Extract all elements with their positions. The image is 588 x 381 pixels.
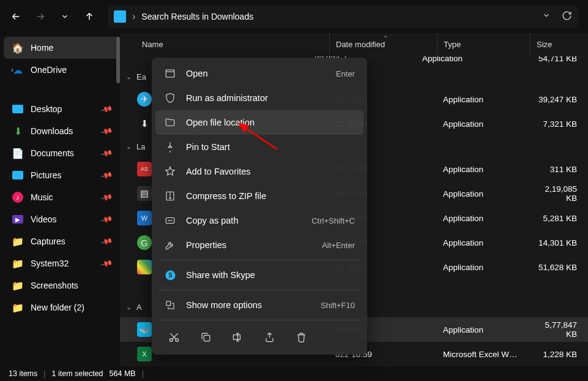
copy-button[interactable] — [198, 330, 213, 344]
ctx-run-admin[interactable]: Run as administrator — [155, 86, 363, 110]
pin-icon: 📌 — [100, 125, 113, 138]
refresh-button[interactable] — [562, 10, 572, 23]
folder-icon: 📁 — [12, 236, 23, 247]
ctx-zip[interactable]: Compress to ZIP file — [155, 184, 363, 208]
sidebar-item-label: Desktop — [31, 104, 62, 114]
app-icon: 🐳 — [137, 322, 152, 337]
share-button[interactable] — [262, 330, 277, 344]
status-count: 13 items — [9, 369, 37, 378]
open-icon — [164, 67, 176, 80]
sidebar-item-label: OneDrive — [31, 65, 67, 75]
cloud-icon: ☁ — [12, 64, 23, 75]
column-headers[interactable]: ⌄ Name Date modified Type Size — [120, 33, 588, 56]
shortcut-icon — [137, 281, 152, 295]
zip-icon — [164, 190, 176, 202]
sidebar-item-desktop[interactable]: Desktop📌 — [4, 98, 120, 120]
svg-rect-8 — [204, 335, 210, 341]
svg-text:S: S — [168, 271, 173, 278]
pin-icon: 📌 — [100, 213, 113, 226]
more-icon — [164, 299, 176, 311]
delete-button[interactable] — [294, 330, 308, 344]
address-bar[interactable]: › Search Results in Downloads — [108, 6, 578, 28]
chevron-right-icon: › — [11, 66, 13, 74]
separator — [159, 290, 360, 290]
pin-icon: 📌 — [100, 169, 113, 182]
ctx-more-options[interactable]: Show more optionsShift+F10 — [155, 293, 363, 317]
document-icon: 📄 — [12, 148, 23, 159]
folder-icon: 📁 — [12, 280, 23, 291]
sidebar-item-downloads[interactable]: ⬇Downloads📌 — [4, 120, 120, 142]
context-menu: OpenEnter Run as administrator Open file… — [152, 58, 367, 355]
chevron-right-icon: › — [132, 11, 135, 22]
sort-indicator-icon: ⌄ — [383, 33, 388, 39]
sidebar-item-home[interactable]: 🏠 Home — [4, 37, 120, 59]
ctx-copy-path[interactable]: Copy as pathCtrl+Shift+C — [155, 208, 363, 233]
cut-button[interactable] — [166, 330, 181, 344]
star-icon — [164, 165, 176, 178]
sidebar-item-label: System32 — [31, 258, 69, 268]
sidebar-item-label: Documents — [31, 148, 74, 158]
skype-icon: S — [164, 269, 176, 281]
svg-rect-9 — [233, 334, 240, 339]
back-button[interactable] — [5, 6, 27, 28]
sidebar-item-system32[interactable]: 📁System32📌 — [4, 252, 120, 274]
ctx-properties[interactable]: PropertiesAlt+Enter — [155, 233, 363, 257]
pin-icon: 📌 — [100, 235, 113, 248]
column-type[interactable]: Type — [437, 33, 530, 56]
sidebar-item-videos[interactable]: ▶Videos📌 — [4, 208, 120, 230]
ctx-skype[interactable]: SShare with Skype — [155, 263, 363, 287]
pin-icon: 📌 — [100, 103, 113, 116]
pin-icon: 📌 — [100, 257, 113, 270]
svg-point-7 — [175, 338, 178, 341]
ctx-pin-start[interactable]: Pin to Start — [155, 135, 363, 159]
download-icon: ⬇ — [12, 126, 23, 137]
sidebar-item-pictures[interactable]: Pictures📌 — [4, 164, 120, 186]
chevron-down-icon: ⌄ — [126, 303, 132, 311]
rename-button[interactable] — [230, 330, 245, 344]
sidebar-item-music[interactable]: ♪Music📌 — [4, 186, 120, 208]
ctx-open[interactable]: OpenEnter — [155, 61, 363, 86]
svg-point-6 — [169, 338, 173, 341]
path-icon — [164, 214, 176, 227]
separator — [159, 320, 360, 320]
separator — [159, 260, 360, 260]
status-selected: 1 item selected — [52, 369, 103, 378]
pin-icon — [164, 141, 176, 153]
app-icon — [137, 260, 152, 274]
sidebar: 🏠 Home › ☁ OneDrive Desktop📌 ⬇Downloads📌… — [0, 33, 120, 366]
column-size[interactable]: Size — [530, 33, 588, 56]
column-name[interactable]: Name — [142, 40, 329, 49]
music-icon: ♪ — [12, 192, 23, 203]
folder-icon: 📁 — [12, 302, 23, 313]
sidebar-item-label: Screenshots — [31, 281, 78, 290]
status-bar: 13 items | 1 item selected 564 MB | — [0, 366, 588, 381]
svg-rect-5 — [166, 301, 171, 306]
forward-button[interactable] — [29, 6, 51, 28]
sidebar-item-newfolder[interactable]: 📁New folder (2) — [4, 296, 120, 319]
pin-icon: 📌 — [100, 191, 113, 204]
ctx-favorites[interactable]: Add to Favorites — [155, 159, 363, 184]
sidebar-item-documents[interactable]: 📄Documents📌 — [4, 142, 120, 164]
sidebar-item-label: Downloads — [31, 126, 73, 136]
chevron-down-icon: ⌄ — [126, 73, 132, 81]
separator: | — [142, 369, 144, 378]
separator: | — [43, 369, 45, 378]
toolbar: › Search Results in Downloads — [0, 0, 588, 33]
address-text: Search Results in Downloads — [141, 12, 253, 21]
sidebar-item-label: Captures — [31, 236, 65, 246]
sidebar-item-captures[interactable]: 📁Captures📌 — [4, 230, 120, 252]
chevron-down-icon[interactable] — [542, 11, 551, 22]
sidebar-item-onedrive[interactable]: › ☁ OneDrive — [4, 59, 120, 81]
ctx-open-location[interactable]: Open file location — [155, 110, 363, 135]
video-icon: ▶ — [12, 215, 23, 224]
app-icon: G — [137, 235, 152, 250]
up-button[interactable] — [78, 6, 100, 28]
excel-icon: X — [137, 347, 152, 361]
app-icon: W — [137, 211, 152, 225]
app-icon: ✈ — [137, 92, 152, 107]
recent-button[interactable] — [54, 6, 76, 28]
home-icon: 🏠 — [12, 42, 23, 53]
folder-icon — [114, 10, 126, 23]
app-icon: ⬇ — [137, 116, 152, 131]
sidebar-item-screenshots[interactable]: 📁Screenshots — [4, 274, 120, 296]
